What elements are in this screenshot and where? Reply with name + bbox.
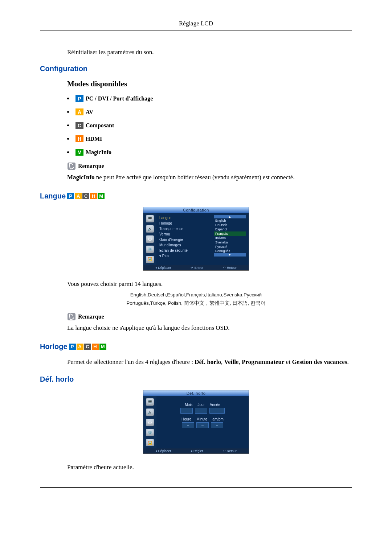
badge-p-icon: P xyxy=(75,95,83,102)
osd-icon: ⏻ xyxy=(146,419,154,426)
bullet-icon xyxy=(67,151,69,153)
configuration-heading: Configuration xyxy=(40,65,352,73)
mode-label: PC / DVI / Port d'affichage xyxy=(86,95,153,102)
osd-lang-option: Español xyxy=(214,227,246,231)
osd-lang-option: Português xyxy=(214,249,246,253)
reset-sound-text: Réinitialiser les paramètres du son. xyxy=(67,49,352,56)
osd-lang-option: Italiano xyxy=(214,236,246,240)
osd-lang-option-selected: Français xyxy=(214,231,246,236)
mode-item: P PC / DVI / Port d'affichage xyxy=(67,95,352,102)
mode-label: MagicInfo xyxy=(86,149,111,156)
osd-footer-item: ↶ Retour xyxy=(223,449,237,453)
langue-heading-row: Langue P A C H M xyxy=(40,192,352,200)
osd-icon: ⚙️ xyxy=(146,429,154,436)
osd-footer-item: ♦ Déplacer xyxy=(155,449,171,453)
osd-title: Déf. horlo xyxy=(143,390,249,396)
osd-menu-item: Ecran de sécurité xyxy=(159,248,211,253)
osd-icon: ⏻ xyxy=(146,235,154,243)
osd-sidebar-icons: 🖥️ 🔊 ⏻ ⚙️ 🖼️ xyxy=(143,396,156,448)
badge-h-icon: H xyxy=(75,135,83,142)
langue-list-line2: Português,Türkçe, Polish, 简体中文，繁體中文, 日本語… xyxy=(40,300,352,307)
clk-box: -- xyxy=(211,422,223,428)
osd-langue-screenshot: Configuration 🖥️ 🔊 ⏻ ⚙️ 🖼️ Langue Horlog… xyxy=(143,207,249,271)
clk-box: ---- xyxy=(209,408,225,414)
osd-icon: 🖼️ xyxy=(146,256,154,263)
badge-a-icon: A xyxy=(77,344,83,350)
mode-item: M MagicInfo xyxy=(67,149,352,156)
horloge-heading: Horloge xyxy=(40,342,68,351)
osd-menu-item: Gain d'énergie xyxy=(159,237,211,242)
osd-menu-item: Transp. menus xyxy=(159,226,211,231)
osd-title: Configuration xyxy=(143,207,249,213)
osd-menu-item: Mur d'images xyxy=(159,242,211,248)
mode-item: H HDMI xyxy=(67,135,352,142)
osd-lang-option: Русский xyxy=(214,245,246,249)
badge-m-icon: M xyxy=(99,344,106,350)
bullet-icon xyxy=(67,138,69,140)
badge-m-icon: M xyxy=(98,193,105,199)
osd-footer: ♦ Déplacer ♦ Régler ↶ Retour xyxy=(143,448,249,454)
arrow-up-icon: ▲ xyxy=(214,215,246,218)
clk-box: -- xyxy=(195,408,207,414)
badge-h-icon: H xyxy=(90,193,97,199)
pachm-badges: P A C H M xyxy=(67,193,105,199)
osd-menu-item: Verrou xyxy=(159,231,211,237)
page-header: Réglage LCD xyxy=(40,0,352,30)
note-bold: MagicInfo xyxy=(67,174,95,181)
note-label: Remarque xyxy=(78,313,104,320)
clk-label: Année xyxy=(210,403,220,407)
osd-icon: 🖥️ xyxy=(146,398,154,406)
badge-c-icon: C xyxy=(75,122,83,129)
osd-menu-item: ▾ Plus xyxy=(159,253,211,259)
osd-icon: 🔊 xyxy=(146,225,154,233)
osd-footer-item: ♦ Déplacer xyxy=(155,266,171,270)
clk-label: Mois xyxy=(185,403,192,407)
badge-p-icon: P xyxy=(69,344,76,350)
osd-footer-item: ↶ Retour xyxy=(223,266,237,270)
osd-footer: ♦ Déplacer ↵ Entrer ↶ Retour xyxy=(143,265,249,270)
osd-menu-left: Langue Horloge Transp. menus Verrou Gain… xyxy=(159,215,211,263)
langue-note-text: La langue choisie ne s'applique qu'à la … xyxy=(67,324,352,332)
mode-label: AV xyxy=(86,109,93,115)
arrow-down-icon: ▼ xyxy=(214,253,246,257)
badge-p-icon: P xyxy=(67,193,74,199)
note-rest: ne peut être activé que lorsqu'un boîtie… xyxy=(95,174,295,181)
modes-heading: Modes disponibles xyxy=(67,79,352,89)
clk-label: Jour xyxy=(197,403,204,407)
osd-icon: 🖥️ xyxy=(146,215,154,222)
bullet-icon xyxy=(67,111,69,113)
badge-h-icon: H xyxy=(92,344,99,350)
footer-rule xyxy=(40,487,352,488)
pachm-badges: P A C H M xyxy=(69,344,106,350)
osd-icon: ⚙️ xyxy=(146,246,154,253)
clk-label: Minute xyxy=(196,417,207,421)
osd-footer-item: ♦ Régler xyxy=(191,449,203,453)
osd-lang-options: ▲ English Deutsch Español Français Itali… xyxy=(214,215,246,263)
bullet-icon xyxy=(67,124,69,126)
mode-label: Composant xyxy=(86,122,114,129)
osd-menu-item: Langue xyxy=(159,215,211,221)
osd-menu-item: Horloge xyxy=(159,221,211,226)
defhorlo-heading: Déf. horlo xyxy=(40,375,352,383)
osd-sidebar-icons: 🖥️ 🔊 ⏻ ⚙️ 🖼️ xyxy=(143,213,156,265)
defhorlo-desc: Paramètre d'heure actuelle. xyxy=(67,463,352,472)
badge-a-icon: A xyxy=(75,193,82,199)
clk-box: -- xyxy=(180,408,193,414)
osd-defhorlo-screenshot: Déf. horlo 🖥️ 🔊 ⏻ ⚙️ 🖼️ Mois Jour Année … xyxy=(143,390,249,454)
clk-label: Heure xyxy=(181,417,191,421)
osd-footer-item: ↵ Entrer xyxy=(191,266,203,270)
bullet-icon xyxy=(67,98,69,99)
osd-lang-option: Svenska xyxy=(214,240,246,245)
osd-lang-option: English xyxy=(214,218,246,223)
clk-label: am/pm xyxy=(212,417,224,421)
note-label: Remarque xyxy=(78,163,104,169)
badge-a-icon: A xyxy=(75,108,83,115)
osd-icon: 🖼️ xyxy=(146,439,154,446)
mode-label: HDMI xyxy=(86,136,102,142)
badge-c-icon: C xyxy=(82,193,89,199)
modes-list: P PC / DVI / Port d'affichage A AV C Com… xyxy=(67,95,352,156)
note-icon xyxy=(67,313,76,321)
horloge-heading-row: Horloge P A C H M xyxy=(40,342,352,351)
langue-list-line1: English,Deutsch,Español,Français,Italian… xyxy=(40,291,352,299)
note-row: Remarque xyxy=(67,162,352,170)
